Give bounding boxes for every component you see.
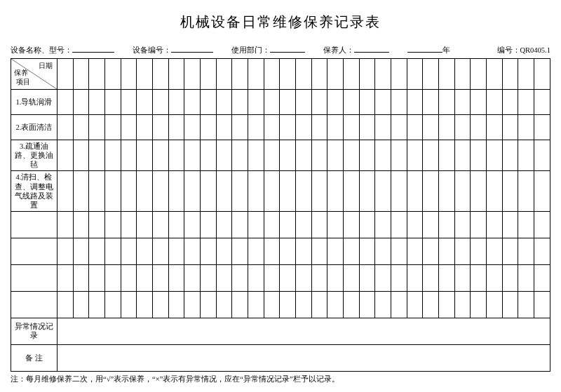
day-cell[interactable] — [296, 115, 312, 140]
day-cell[interactable] — [518, 238, 534, 264]
day-cell[interactable] — [375, 238, 391, 264]
day-cell[interactable] — [121, 264, 137, 291]
day-cell[interactable] — [423, 211, 439, 238]
day-cell[interactable] — [471, 115, 487, 140]
day-cell[interactable] — [232, 238, 248, 264]
day-cell[interactable] — [168, 238, 184, 264]
day-cell[interactable] — [423, 90, 439, 115]
day-cell[interactable] — [184, 115, 201, 140]
day-cell[interactable] — [280, 291, 296, 318]
day-cell[interactable] — [73, 115, 89, 140]
day-cell[interactable] — [201, 90, 217, 115]
day-cell[interactable] — [121, 140, 137, 171]
day-cell[interactable] — [105, 90, 121, 115]
day-cell[interactable] — [518, 211, 534, 238]
day-cell[interactable] — [454, 264, 471, 291]
day-cell[interactable] — [518, 140, 534, 171]
day-cell[interactable] — [391, 211, 407, 238]
day-cell[interactable] — [248, 90, 264, 115]
day-cell[interactable] — [184, 140, 201, 171]
day-cell[interactable] — [232, 90, 248, 115]
day-cell[interactable] — [534, 171, 550, 212]
day-cell[interactable] — [391, 264, 407, 291]
day-cell[interactable] — [454, 140, 471, 171]
day-cell[interactable] — [184, 171, 201, 212]
day-cell[interactable] — [137, 264, 153, 291]
day-cell[interactable] — [58, 211, 74, 238]
day-cell[interactable] — [89, 171, 105, 212]
day-cell[interactable] — [439, 115, 455, 140]
day-cell[interactable] — [375, 59, 391, 90]
day-cell[interactable] — [439, 59, 455, 90]
day-cell[interactable] — [58, 171, 74, 212]
day-cell[interactable] — [153, 90, 169, 115]
day-cell[interactable] — [502, 115, 518, 140]
day-cell[interactable] — [121, 238, 137, 264]
day-cell[interactable] — [454, 211, 471, 238]
day-cell[interactable] — [168, 59, 184, 90]
day-cell[interactable] — [121, 171, 137, 212]
day-cell[interactable] — [105, 264, 121, 291]
day-cell[interactable] — [216, 238, 232, 264]
day-cell[interactable] — [73, 264, 89, 291]
day-cell[interactable] — [184, 291, 201, 318]
day-cell[interactable] — [487, 115, 503, 140]
day-cell[interactable] — [280, 140, 296, 171]
day-cell[interactable] — [184, 211, 201, 238]
day-cell[interactable] — [518, 264, 534, 291]
day-cell[interactable] — [201, 264, 217, 291]
day-cell[interactable] — [168, 291, 184, 318]
day-cell[interactable] — [232, 59, 248, 90]
day-cell[interactable] — [58, 238, 74, 264]
day-cell[interactable] — [58, 291, 74, 318]
day-cell[interactable] — [471, 59, 487, 90]
day-cell[interactable] — [423, 140, 439, 171]
day-cell[interactable] — [137, 90, 153, 115]
day-cell[interactable] — [327, 140, 344, 171]
day-cell[interactable] — [105, 211, 121, 238]
day-cell[interactable] — [105, 238, 121, 264]
day-cell[interactable] — [407, 90, 423, 115]
day-cell[interactable] — [296, 140, 312, 171]
day-cell[interactable] — [391, 291, 407, 318]
day-cell[interactable] — [73, 291, 89, 318]
day-cell[interactable] — [471, 291, 487, 318]
day-cell[interactable] — [439, 264, 455, 291]
day-cell[interactable] — [248, 291, 264, 318]
day-cell[interactable] — [264, 115, 280, 140]
day-cell[interactable] — [518, 171, 534, 212]
day-cell[interactable] — [264, 211, 280, 238]
day-cell[interactable] — [89, 140, 105, 171]
day-cell[interactable] — [168, 115, 184, 140]
maintainer-field[interactable] — [354, 44, 389, 53]
day-cell[interactable] — [73, 211, 89, 238]
day-cell[interactable] — [327, 238, 344, 264]
day-cell[interactable] — [454, 238, 471, 264]
day-cell[interactable] — [407, 115, 423, 140]
dept-field[interactable] — [270, 44, 305, 53]
day-cell[interactable] — [502, 291, 518, 318]
day-cell[interactable] — [487, 140, 503, 171]
day-cell[interactable] — [344, 115, 360, 140]
day-cell[interactable] — [232, 264, 248, 291]
day-cell[interactable] — [423, 238, 439, 264]
day-cell[interactable] — [391, 59, 407, 90]
day-cell[interactable] — [502, 238, 518, 264]
day-cell[interactable] — [105, 291, 121, 318]
day-cell[interactable] — [121, 59, 137, 90]
day-cell[interactable] — [216, 59, 232, 90]
day-cell[interactable] — [359, 291, 375, 318]
day-cell[interactable] — [296, 211, 312, 238]
day-cell[interactable] — [407, 211, 423, 238]
day-cell[interactable] — [534, 238, 550, 264]
day-cell[interactable] — [296, 291, 312, 318]
day-cell[interactable] — [311, 59, 327, 90]
day-cell[interactable] — [327, 264, 344, 291]
day-cell[interactable] — [311, 291, 327, 318]
day-cell[interactable] — [391, 171, 407, 212]
day-cell[interactable] — [344, 140, 360, 171]
day-cell[interactable] — [423, 291, 439, 318]
day-cell[interactable] — [534, 115, 550, 140]
day-cell[interactable] — [344, 211, 360, 238]
day-cell[interactable] — [168, 140, 184, 171]
